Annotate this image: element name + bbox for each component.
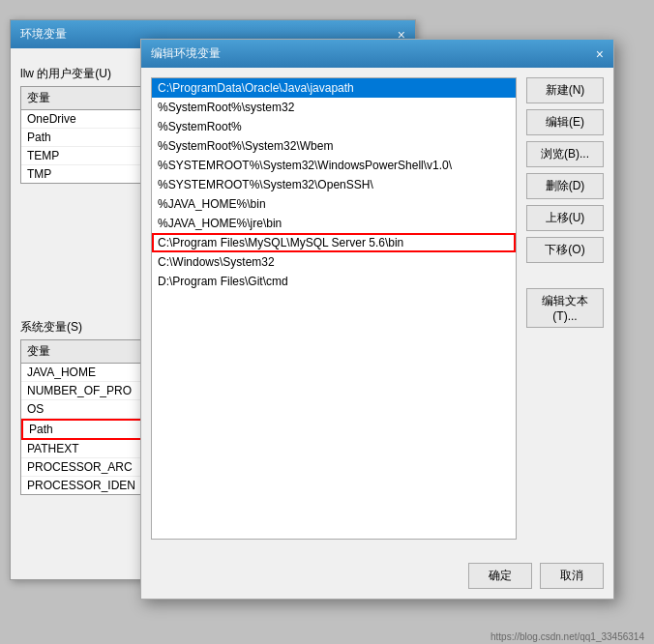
path-list-item[interactable]: %JAVA_HOME%\jre\bin bbox=[152, 214, 516, 233]
path-list-item[interactable]: %SYSTEMROOT%\System32\OpenSSH\ bbox=[152, 175, 516, 194]
path-list-item[interactable]: %SYSTEMROOT%\System32\WindowsPowerShell\… bbox=[152, 156, 516, 175]
edit-env-var-close-btn[interactable]: × bbox=[596, 47, 604, 61]
edit-env-var-dialog: 编辑环境变量 × C:\ProgramData\Oracle\Java\java… bbox=[140, 39, 614, 600]
delete-btn[interactable]: 删除(D) bbox=[526, 173, 604, 199]
path-list-item[interactable]: C:\ProgramData\Oracle\Java\javapath bbox=[152, 78, 516, 98]
path-list-item[interactable]: %SystemRoot%\system32 bbox=[152, 98, 516, 117]
path-list-item[interactable]: %SystemRoot% bbox=[152, 117, 516, 136]
edit-env-var-title-label: 编辑环境变量 bbox=[151, 45, 221, 62]
new-btn[interactable]: 新建(N) bbox=[526, 77, 604, 103]
path-list-item[interactable]: %JAVA_HOME%\bin bbox=[152, 194, 516, 214]
edit-env-var-ok-btn[interactable]: 确定 bbox=[468, 563, 532, 589]
browse-btn[interactable]: 浏览(B)... bbox=[526, 141, 604, 167]
edit-env-var-footer: 确定 取消 bbox=[468, 563, 604, 589]
path-list[interactable]: C:\ProgramData\Oracle\Java\javapath%Syst… bbox=[151, 77, 517, 540]
url-bar: https://blog.csdn.net/qq1_33456314 bbox=[490, 631, 644, 642]
path-list-item[interactable]: C:\Program Files\MySQL\MySQL Server 5.6\… bbox=[152, 233, 516, 252]
edit-btn[interactable]: 编辑(E) bbox=[526, 109, 604, 135]
path-list-item[interactable]: C:\Windows\System32 bbox=[152, 252, 516, 272]
edit-env-var-body: C:\ProgramData\Oracle\Java\javapath%Syst… bbox=[141, 68, 613, 549]
path-list-item[interactable]: D:\Program Files\Git\cmd bbox=[152, 272, 516, 291]
env-vars-title-label: 环境变量 bbox=[20, 26, 67, 43]
path-list-item[interactable]: %SystemRoot%\System32\Wbem bbox=[152, 136, 516, 156]
edit-env-var-title-bar: 编辑环境变量 × bbox=[141, 40, 613, 68]
move-down-btn[interactable]: 下移(O) bbox=[526, 237, 604, 263]
edit-env-var-cancel-btn[interactable]: 取消 bbox=[540, 563, 604, 589]
move-up-btn[interactable]: 上移(U) bbox=[526, 205, 604, 231]
edit-text-btn[interactable]: 编辑文本(T)... bbox=[526, 288, 604, 328]
action-buttons-col: 新建(N) 编辑(E) 浏览(B)... 删除(D) 上移(U) 下移(O) 编… bbox=[526, 77, 604, 540]
